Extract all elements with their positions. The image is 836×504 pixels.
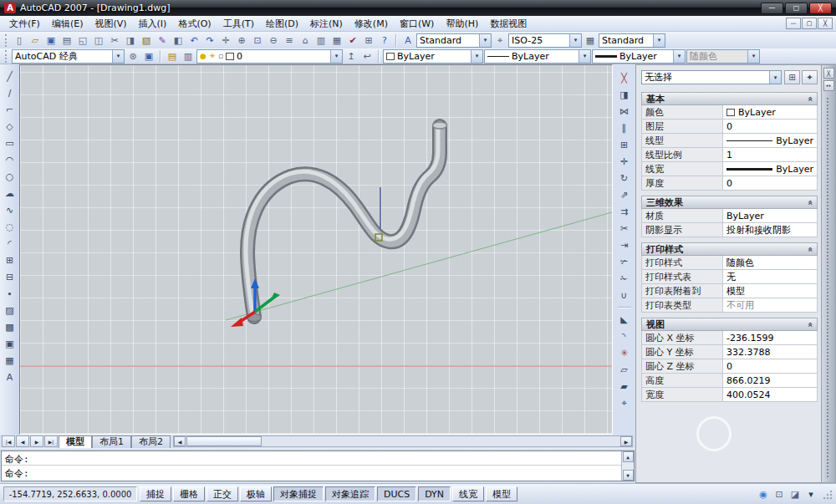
trim-icon[interactable]: ✂ <box>616 221 632 237</box>
status-toggle-对象捕捉[interactable]: 对象捕捉 <box>273 486 324 501</box>
array-icon[interactable]: ⊞ <box>616 137 632 153</box>
layer-properties-icon[interactable]: ▤ <box>165 48 180 64</box>
section-header[interactable]: 三维效果« <box>641 196 818 209</box>
offset-icon[interactable]: ∥ <box>616 120 632 136</box>
save-workspace-icon[interactable]: ▣ <box>141 48 156 64</box>
polyline-icon[interactable]: ⌐ <box>2 102 18 118</box>
palette-autohide-icon[interactable]: ↔ <box>823 80 834 91</box>
menu-item[interactable]: 修改(M) <box>349 16 394 32</box>
tab-模型[interactable]: 模型 <box>59 435 92 448</box>
make-block-icon[interactable]: ⊟ <box>2 269 18 285</box>
communication-center-icon[interactable]: ◉ <box>757 487 770 501</box>
menu-item[interactable]: 文件(F) <box>3 16 46 32</box>
sheetset-manager-icon[interactable]: ▦ <box>329 33 344 48</box>
chevron-down-icon[interactable]: ▾ <box>112 50 124 63</box>
rectangle-icon[interactable]: ▭ <box>2 135 18 151</box>
insert-block-icon[interactable]: ⊞ <box>2 252 18 268</box>
hatch-icon[interactable]: ▨ <box>2 303 18 318</box>
section-header[interactable]: 基本« <box>641 92 818 105</box>
status-toggle-DUCS[interactable]: DUCS <box>377 486 416 501</box>
layer-combo[interactable]: ●☀▫0▾ <box>196 49 343 64</box>
make-object-layer-current-icon[interactable]: ↥ <box>344 48 359 64</box>
palette-title-bar[interactable]: ╳↔ <box>821 65 835 482</box>
join-icon[interactable]: ∪ <box>616 288 632 303</box>
command-window[interactable]: 命令: 命令: ▲ ▼ <box>1 451 635 481</box>
chevron-down-icon[interactable]: ▾ <box>653 34 665 47</box>
scroll-up-icon[interactable]: ▲ <box>623 451 634 462</box>
table-icon[interactable]: ▦ <box>2 353 18 369</box>
pickadd-toggle-button[interactable]: ⊞ <box>784 70 800 84</box>
paste-icon[interactable]: ▧ <box>139 33 154 48</box>
stretch-icon[interactable]: ⇉ <box>616 204 632 220</box>
draw-order-back-icon[interactable]: ▰ <box>616 379 632 395</box>
toolbar-grip[interactable] <box>5 50 8 63</box>
region-icon[interactable]: ▣ <box>2 336 18 352</box>
command-input-line[interactable]: 命令: <box>2 466 634 480</box>
match-properties-icon[interactable]: ✎ <box>155 33 170 48</box>
arc-icon[interactable]: ◠ <box>2 152 18 168</box>
line-icon[interactable]: ╱ <box>2 69 18 84</box>
scale-icon[interactable]: ⇗ <box>616 187 632 203</box>
scroll-left-icon[interactable]: ◀ <box>174 436 186 446</box>
property-value[interactable]: 不可用 <box>723 298 817 312</box>
property-value[interactable]: 1 <box>723 148 817 161</box>
property-value[interactable]: 0 <box>723 120 817 133</box>
erase-icon[interactable]: ╳ <box>616 70 632 86</box>
command-scrollbar[interactable]: ▲ ▼ <box>621 451 634 481</box>
section-header[interactable]: 打印样式« <box>641 242 818 256</box>
resize-grip[interactable] <box>822 489 833 500</box>
toolbar-lock-icon[interactable]: ⊡ <box>772 487 786 501</box>
plot-preview-icon[interactable]: ◱ <box>75 33 90 48</box>
save-icon[interactable]: ▣ <box>43 33 59 48</box>
title-bar[interactable]: A AutoCAD 2007 - [Drawing1.dwg] —▢╳ <box>0 0 836 16</box>
property-value[interactable]: 投射和接收阴影 <box>723 223 817 237</box>
ellipse-arc-icon[interactable]: ◜ <box>2 236 18 252</box>
horizontal-scrollbar[interactable]: ◀ ▶ <box>173 435 633 447</box>
lineweight-combo[interactable]: ByLayer▾ <box>592 49 686 64</box>
revision-cloud-icon[interactable]: ☁ <box>2 186 18 201</box>
property-value[interactable]: 400.0524 <box>723 388 817 401</box>
scroll-down-icon[interactable]: ▼ <box>623 470 634 481</box>
property-value[interactable]: 无 <box>723 270 817 283</box>
point-style-icon[interactable]: ⌖ <box>616 395 632 411</box>
chevron-down-icon[interactable]: ▾ <box>769 71 781 84</box>
quick-select-button[interactable]: ✦ <box>802 70 818 84</box>
undo-icon[interactable]: ↶ <box>186 33 201 48</box>
construction-line-icon[interactable]: ∕ <box>2 85 18 101</box>
publish-icon[interactable]: ◫ <box>91 33 106 48</box>
scroll-right-icon[interactable]: ▶ <box>620 436 632 446</box>
designcenter-icon[interactable]: ⌂ <box>298 33 313 48</box>
clean-screen-icon[interactable]: ◪ <box>788 487 802 501</box>
point-icon[interactable]: ∙ <box>2 286 18 302</box>
menu-item[interactable]: 帮助(H) <box>440 16 484 32</box>
minimize-button[interactable]: — <box>761 3 783 14</box>
zoom-realtime-icon[interactable]: ⊕ <box>234 33 249 48</box>
chamfer-icon[interactable]: ◣ <box>616 312 632 328</box>
open-file-icon[interactable]: ▱ <box>28 33 43 48</box>
move-icon[interactable]: ✛ <box>616 154 632 170</box>
pan-icon[interactable]: ✛ <box>218 33 233 48</box>
chevron-down-icon[interactable]: ▾ <box>471 50 482 63</box>
table-style-icon[interactable]: ▦ <box>583 33 598 48</box>
doc-minimize-button[interactable]: — <box>786 18 801 29</box>
menu-item[interactable]: 工具(T) <box>217 16 260 32</box>
fillet-icon[interactable]: ◝ <box>616 328 632 344</box>
menu-item[interactable]: 绘图(D) <box>260 16 304 32</box>
tab-nav-button[interactable]: |◀ <box>2 435 15 447</box>
property-value[interactable]: ByLayer <box>723 162 817 176</box>
mirror-icon[interactable]: ⋈ <box>616 104 632 120</box>
break-icon[interactable]: ✁ <box>616 271 632 287</box>
redo-icon[interactable]: ↷ <box>202 33 217 48</box>
status-toggle-栅格[interactable]: 栅格 <box>173 486 205 501</box>
status-toggle-线宽[interactable]: 线宽 <box>452 486 484 501</box>
tab-nav-button[interactable]: ◀ <box>16 435 29 447</box>
copy-clip-icon[interactable]: ◨ <box>123 33 138 48</box>
toolbar-grip[interactable] <box>5 34 8 47</box>
menu-item[interactable]: 编辑(E) <box>46 16 89 32</box>
explode-icon[interactable]: ✳ <box>616 345 632 361</box>
property-value[interactable]: ByLayer <box>723 209 817 222</box>
linetype-combo[interactable]: ByLayer▾ <box>484 49 591 64</box>
ellipse-icon[interactable]: ◌ <box>2 219 18 235</box>
tray-flyout-arrow-icon[interactable]: ▾ <box>804 487 818 501</box>
chevron-down-icon[interactable]: ▾ <box>479 34 491 47</box>
